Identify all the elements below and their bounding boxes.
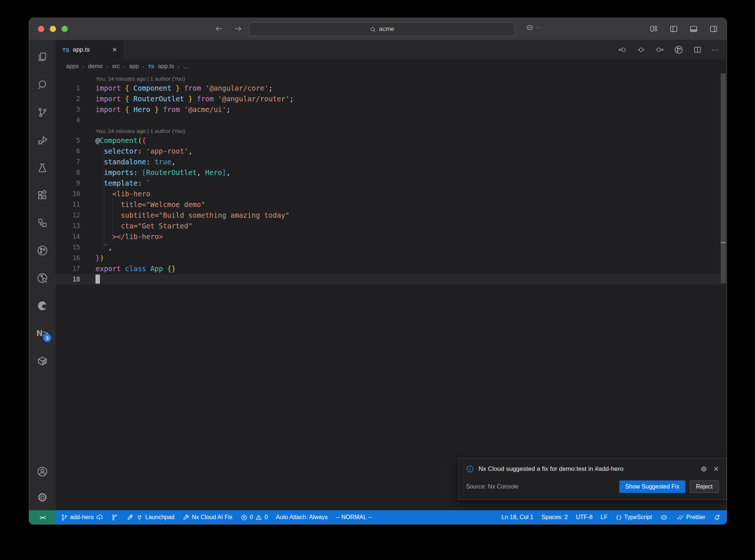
copilot-status-item[interactable] [660, 513, 668, 521]
window-close-button[interactable] [38, 26, 44, 32]
notification-close-icon[interactable]: ✕ [713, 465, 719, 473]
vim-mode-status-item[interactable]: -- NORMAL -- [336, 514, 372, 521]
nx-cloud-ai-fix-status-item[interactable]: Nx Cloud AI Fix [182, 514, 232, 521]
toggle-secondary-sidebar-button[interactable] [708, 24, 719, 34]
breadcrumb-item[interactable]: apps [66, 63, 79, 70]
account-button[interactable] [29, 459, 56, 484]
nx-run-button[interactable] [674, 45, 683, 55]
code-line[interactable]: 8 imports: [RouterOutlet, Hero], [56, 167, 727, 178]
sidebar-item-edge-browser[interactable] [29, 292, 56, 319]
prettier-status-item[interactable]: Prettier [676, 514, 705, 521]
command-center-search[interactable]: acme [249, 22, 515, 36]
tab-app-ts[interactable]: TS app.ts ✕ [56, 40, 123, 59]
layout-sidebar-right-icon [709, 24, 718, 34]
editor-actions: ⋯ [123, 40, 727, 59]
problems-status-item[interactable]: 0 0 [241, 514, 268, 521]
toggle-primary-sidebar-button[interactable] [668, 24, 679, 34]
navigate-back-button[interactable] [617, 45, 627, 55]
breadcrumb: apps › demo › src › app › TS app.ts › ..… [56, 59, 727, 73]
code-line[interactable]: 14 ></lib-hero> [56, 231, 727, 242]
code-line[interactable]: 3import { Hero } from '@acme/ui'; [56, 104, 727, 115]
tab-close-icon[interactable]: ✕ [112, 46, 117, 54]
show-suggested-fix-button[interactable]: Show Suggested Fix [619, 480, 685, 493]
toggle-panel-button[interactable] [688, 24, 699, 34]
sidebar-item-nx-console[interactable]: N> 3 [29, 319, 56, 347]
sidebar-item-source-control[interactable] [29, 98, 56, 126]
breadcrumb-item[interactable]: ... [183, 63, 188, 70]
window-minimize-button[interactable] [50, 26, 56, 32]
sidebar-item-extensions[interactable] [29, 181, 56, 209]
encoding-status-item[interactable]: UTF-8 [576, 514, 592, 521]
code-line[interactable]: 2import { RouterOutlet } from '@angular/… [56, 94, 727, 104]
breadcrumb-item[interactable]: app.ts [158, 63, 174, 70]
line-number: 13 [56, 221, 95, 231]
code-line[interactable]: 7 standalone: true, [56, 157, 727, 167]
code-line[interactable]: 1import { Component } from '@angular/cor… [56, 83, 727, 94]
sidebar-item-containers[interactable] [29, 347, 56, 375]
sidebar-item-nx-inspect[interactable] [29, 264, 56, 292]
breadcrumb-item[interactable]: app [129, 63, 139, 70]
code-line[interactable]: 11 title="Welcmoe demo" [56, 199, 727, 210]
sidebar-item-run-debug[interactable] [29, 126, 56, 154]
cursor-position-status-item[interactable]: Ln 18, Col 1 [502, 514, 533, 521]
language-status-item[interactable]: {} TypeScript [616, 514, 652, 521]
code-line[interactable]: 16}) [56, 253, 727, 263]
notification-message: Nx Cloud suggested a fix for demo:test i… [479, 465, 696, 473]
code-line[interactable]: 9 template: ` [56, 178, 727, 189]
code-line[interactable]: 15 `, [56, 242, 727, 253]
split-editor-button[interactable] [693, 45, 702, 55]
more-actions-button[interactable]: ⋯ [711, 45, 719, 54]
navigate-current-button[interactable] [636, 45, 646, 55]
auto-attach-status-item[interactable]: Auto Attach: Always [276, 514, 328, 521]
indentation-status-item[interactable]: Spaces: 2 [542, 514, 568, 521]
settings-button[interactable] [29, 484, 56, 510]
layout-sidebar-left-icon [669, 24, 678, 34]
line-number: 17 [56, 263, 95, 274]
blame-annotation[interactable]: You, 24 minutes ago | 1 author (You) [56, 73, 727, 83]
source-control-icon [37, 107, 48, 118]
sidebar-item-explorer[interactable] [29, 43, 56, 71]
git-graph-icon [111, 514, 118, 521]
navigate-forward-button[interactable] [655, 45, 665, 55]
copilot-menu-button[interactable] [525, 23, 540, 32]
remote-indicator[interactable]: >< [29, 510, 56, 524]
code-line[interactable]: 12 subtitle="Build something amazing tod… [56, 210, 727, 221]
notifications-bell-item[interactable] [713, 514, 721, 521]
customize-layout-button[interactable] [648, 24, 659, 34]
code-line[interactable]: 4 [56, 115, 727, 126]
line-number: 4 [56, 115, 95, 126]
editor[interactable]: You, 24 minutes ago | 1 author (You)1imp… [56, 73, 727, 510]
blame-annotation[interactable]: You, 24 minutes ago | 1 author (You) [56, 126, 727, 135]
code-line[interactable]: 10 <lib-hero [56, 189, 727, 199]
scrollbar-thumb[interactable] [721, 73, 726, 283]
branch-status-item[interactable]: add-hero [61, 514, 103, 521]
typescript-file-icon: TS [148, 64, 154, 69]
sidebar-item-nx-project-graph[interactable] [29, 237, 56, 264]
code-line[interactable]: 6 selector: 'app-root', [56, 146, 727, 157]
code-line[interactable]: 18 [56, 274, 727, 285]
sidebar-item-project-structure[interactable] [29, 209, 56, 237]
breadcrumb-item[interactable]: src [112, 63, 120, 70]
line-number: 6 [56, 146, 95, 157]
reject-button[interactable]: Reject [690, 480, 719, 493]
breadcrumb-item[interactable]: demo [88, 63, 103, 70]
notification-toast: Nx Cloud suggested a fix for demo:test i… [458, 458, 727, 500]
window-zoom-button[interactable] [62, 26, 68, 32]
error-count: 0 [250, 514, 253, 521]
history-forward-button[interactable] [233, 23, 244, 34]
line-number: 5 [56, 135, 95, 146]
code-line[interactable]: 5@Component({ [56, 135, 727, 146]
sidebar-item-search[interactable] [29, 71, 56, 98]
notification-source: Source: Nx Console [466, 483, 518, 490]
nx-graph-search-icon [36, 272, 48, 284]
history-back-button[interactable] [213, 23, 225, 34]
eol-status-item[interactable]: LF [601, 514, 608, 521]
git-graph-status-item[interactable] [111, 514, 118, 521]
double-check-icon [676, 514, 684, 521]
launchpad-status-item[interactable]: Launchpad [126, 514, 174, 521]
editor-scrollbar[interactable] [721, 73, 726, 510]
notification-settings-gear-icon[interactable] [700, 465, 707, 473]
code-line[interactable]: 17export class App {} [56, 263, 727, 274]
sidebar-item-testing[interactable] [29, 154, 56, 181]
code-line[interactable]: 13 cta="Get Started" [56, 221, 727, 231]
